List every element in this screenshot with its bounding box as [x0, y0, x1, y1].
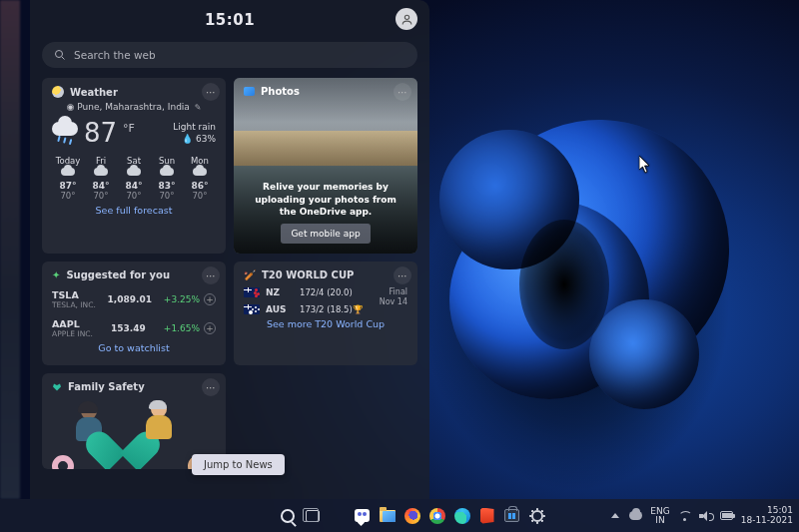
settings-button[interactable] [527, 506, 547, 526]
system-tray: ENGIN 15:0118-11-2021 [608, 506, 793, 525]
search-placeholder: Search the web [74, 49, 156, 61]
search-input[interactable]: Search the web [42, 42, 417, 68]
pencil-icon[interactable]: ✎ [195, 103, 202, 112]
stock-change: +3.25% [164, 294, 200, 304]
photos-title: Photos [261, 86, 300, 97]
profile-avatar[interactable] [396, 8, 417, 30]
see-forecast-link[interactable]: See full forecast [52, 205, 216, 216]
svg-point-1 [56, 51, 63, 58]
forecast-day[interactable]: Today87°70° [52, 156, 84, 201]
taskbar-center [253, 506, 547, 526]
watchlist-link[interactable]: Go to watchlist [52, 342, 216, 353]
team-score: 173/2 (18.5) [300, 304, 353, 314]
weather-location-row[interactable]: ◉ Pune, Maharashtra, India ✎ [52, 102, 216, 112]
wifi-icon[interactable] [678, 509, 691, 522]
get-mobile-app-button[interactable]: Get mobile app [281, 224, 370, 244]
card-more-button[interactable]: ⋯ [202, 378, 220, 396]
search-icon [54, 49, 66, 61]
rain-icon [52, 122, 78, 144]
card-more-button[interactable]: ⋯ [202, 83, 220, 101]
stock-company: TESLA, INC. [52, 300, 96, 309]
trophy-icon: 🏆 [353, 304, 364, 314]
office-button[interactable] [477, 506, 497, 526]
widgets-panel: 15:01 Search the web Weather ⋯ ◉ Pune, M… [30, 0, 429, 499]
humidity-value: 63% [196, 134, 216, 144]
temp-unit: °F [123, 122, 135, 135]
forecast-day[interactable]: Fri84°70° [85, 156, 117, 201]
photos-blurb: Relive your memories by uploading your p… [248, 181, 403, 217]
taskbar-clock[interactable]: 15:0118-11-2021 [741, 506, 793, 525]
onedrive-icon[interactable] [629, 509, 642, 522]
task-view-button[interactable] [303, 506, 323, 526]
match-status: FinalNov 14 [380, 287, 407, 306]
file-explorer-button[interactable] [378, 506, 398, 526]
weather-location: Pune, Maharashtra, India [77, 102, 190, 112]
chat-button[interactable] [353, 506, 373, 526]
forecast-day[interactable]: Sun83°70° [151, 156, 183, 201]
card-more-button[interactable]: ⋯ [394, 83, 411, 101]
team-code: NZ [266, 287, 294, 297]
card-more-button[interactable]: ⋯ [394, 266, 411, 284]
current-temp: 87 [84, 118, 117, 148]
flag-aus-icon [244, 304, 260, 314]
cricket-title: T20 WORLD CUP [262, 269, 354, 280]
jump-to-news-button[interactable]: Jump to News [192, 454, 285, 475]
weather-condition-block: Light rain 💧 63% [173, 121, 216, 145]
weather-card[interactable]: Weather ⋯ ◉ Pune, Maharashtra, India ✎ 8… [42, 78, 226, 254]
sparkle-icon: ✦ [52, 269, 60, 280]
firefox-button[interactable] [402, 506, 422, 526]
left-dock-blur [0, 0, 20, 499]
stock-change: +1.65% [164, 323, 200, 333]
mouse-cursor [639, 156, 651, 174]
cricket-icon: 🏏 [244, 269, 256, 280]
forecast-day[interactable]: Mon86°70° [184, 156, 216, 201]
cloud-icon [127, 166, 141, 176]
add-to-watchlist-icon[interactable]: + [204, 322, 216, 334]
weather-condition: Light rain [173, 121, 216, 133]
cloud-icon [193, 166, 207, 176]
chrome-button[interactable] [427, 506, 447, 526]
cloud-icon [61, 166, 75, 176]
add-to-watchlist-icon[interactable]: + [204, 293, 216, 305]
stock-symbol: AAPL [52, 318, 93, 329]
family-title: Family Safety [68, 381, 145, 392]
weather-title: Weather [70, 87, 118, 98]
flag-nz-icon [244, 287, 260, 297]
edge-button[interactable] [452, 506, 472, 526]
widgets-clock: 15:01 [205, 11, 255, 29]
language-indicator[interactable]: ENGIN [650, 507, 669, 525]
family-icon [52, 382, 62, 392]
taskbar-search-button[interactable] [278, 506, 298, 526]
match-row: AUS 173/2 (18.5) 🏆 [244, 304, 380, 314]
stock-price: 1,089.01 [108, 294, 152, 304]
svg-point-0 [404, 15, 408, 19]
forecast-day[interactable]: Sat84°70° [118, 156, 150, 201]
stock-row[interactable]: AAPLAPPLE INC. 153.49 +1.65%+ [52, 318, 216, 338]
stocks-title: Suggested for you [66, 269, 170, 280]
stocks-card[interactable]: ✦Suggested for you ⋯ TSLATESLA, INC. 1,0… [42, 262, 226, 365]
start-button[interactable] [253, 506, 273, 526]
stock-price: 153.49 [111, 323, 146, 333]
stock-company: APPLE INC. [52, 329, 93, 338]
photos-card[interactable]: Photos ⋯ Relive your memories by uploadi… [234, 78, 417, 254]
cricket-card[interactable]: 🏏T20 WORLD CUP ⋯ NZ 172/4 (20.0) AUS 173… [234, 262, 417, 365]
cloud-icon [94, 166, 108, 176]
volume-icon[interactable] [699, 509, 712, 522]
card-more-button[interactable]: ⋯ [202, 266, 220, 284]
tray-overflow-button[interactable] [608, 509, 621, 522]
taskbar: ENGIN 15:0118-11-2021 [0, 499, 799, 532]
droplet-icon: 💧 [182, 134, 193, 144]
match-row: NZ 172/4 (20.0) [244, 287, 380, 297]
stock-row[interactable]: TSLATESLA, INC. 1,089.01 +3.25%+ [52, 289, 216, 309]
widgets-button[interactable] [328, 506, 348, 526]
forecast-row: Today87°70° Fri84°70° Sat84°70° Sun83°70… [52, 156, 216, 201]
more-cricket-link[interactable]: See more T20 World Cup [244, 318, 407, 329]
team-code: AUS [266, 304, 294, 314]
ms-store-button[interactable] [502, 506, 522, 526]
sun-cloud-icon [52, 86, 64, 98]
battery-icon[interactable] [720, 509, 733, 522]
photos-icon [244, 87, 255, 96]
stock-symbol: TSLA [52, 289, 96, 300]
cloud-icon [160, 166, 174, 176]
team-score: 172/4 (20.0) [300, 287, 380, 297]
